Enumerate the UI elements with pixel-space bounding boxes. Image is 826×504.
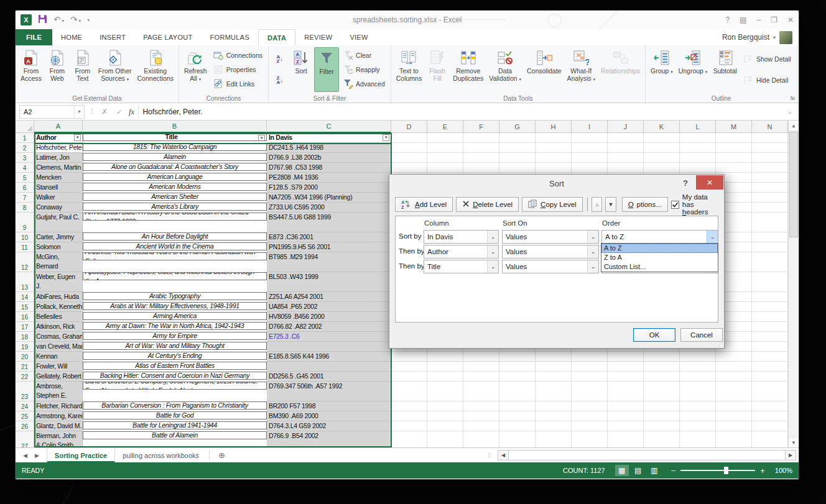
cell-author[interactable]: Fletcher, Richard A. (34, 401, 83, 411)
cell-title[interactable]: At Century's Ending (83, 352, 267, 360)
cell-call-number[interactable]: D766.9 .B54 2002 (267, 431, 391, 447)
confirm-entry-icon[interactable]: ✓ (114, 108, 125, 116)
column-combo[interactable]: In Davis⌄ (424, 230, 499, 244)
column-header-d[interactable]: D (391, 121, 427, 133)
cell-call-number[interactable]: D767.98 .C53 1998 (267, 163, 391, 173)
ribbon-display-icon[interactable]: ▤ (740, 16, 746, 24)
cell-author[interactable]: Pollack, Kenneth M. (34, 302, 83, 312)
cell-title[interactable]: Apocalypses: Prophecies, Cults, and Mill… (83, 272, 267, 280)
row-header-23[interactable]: 23 (16, 382, 34, 401)
column-combo[interactable]: Title⌄ (424, 260, 499, 273)
select-all-corner[interactable] (16, 121, 34, 133)
cell-author[interactable]: Gellately, Robert (34, 372, 83, 382)
cell-author[interactable]: Cosmas, Graham (34, 332, 83, 342)
ribbon-tab-page-layout[interactable]: PAGE LAYOUT (134, 29, 201, 45)
ungroup-button[interactable]: Ungroup ▾ (676, 47, 710, 92)
row-header-12[interactable]: 12 (16, 252, 34, 272)
cell-author[interactable]: Gutjahr, Paul C. (34, 213, 83, 232)
cell-call-number[interactable]: BR200 F57 1998 (267, 401, 391, 411)
combo-dropdown-icon[interactable]: ⌄ (587, 231, 598, 243)
clear-button[interactable]: Clear (341, 50, 387, 61)
empty-cells[interactable] (391, 163, 799, 173)
vertical-scroll-thumb[interactable] (789, 132, 798, 237)
cell-author[interactable]: Armstrong, Karen (34, 411, 83, 421)
cell-author[interactable]: McGinn, Bernard (34, 252, 83, 272)
dialog-help-icon[interactable]: ? (683, 178, 688, 188)
cell-title[interactable]: Atlas of Eastern Front Battles (83, 362, 267, 370)
cell-call-number[interactable]: BS447.5.U6 G88 1999 (267, 213, 391, 232)
hide-detail-button[interactable]: −Hide Detail (741, 75, 793, 86)
cell-author[interactable]: Author▼ (34, 133, 83, 143)
insert-function-icon[interactable]: fx (129, 107, 134, 117)
cell-call-number[interactable]: BM390 .A69 2000 (267, 411, 391, 421)
cell-title[interactable]: America's Library (83, 203, 267, 211)
cell-title[interactable]: Arabs at War: Military Effectiveness, 19… (83, 302, 267, 310)
empty-cells[interactable] (391, 362, 799, 372)
cell-title[interactable]: Title▼ (83, 133, 267, 141)
combo-dropdown-icon[interactable]: ⌄ (487, 260, 498, 273)
zoom-out-icon[interactable]: − (671, 467, 676, 475)
cell-author[interactable]: Mencken (34, 173, 83, 183)
row-header-8[interactable]: 8 (16, 203, 34, 213)
empty-cells[interactable] (391, 431, 799, 447)
cell-author[interactable]: Bierman, John & Colin Smith (34, 431, 83, 447)
cell-author[interactable]: Clemens, Martin (34, 163, 83, 173)
ribbon-tab-formulas[interactable]: FORMULAS (202, 29, 259, 45)
delete-level-button[interactable]: Delete Level (456, 197, 519, 212)
column-header-e[interactable]: E (427, 121, 463, 133)
cell-call-number[interactable]: BL503 .W43 1999 (267, 272, 391, 292)
cell-title[interactable]: Arabic Typography (83, 292, 267, 300)
order-combo[interactable]: A to Z⌄ (601, 230, 718, 244)
cell-call-number[interactable]: DC241.5 .H64 1998 (267, 143, 391, 153)
dialog-resize-grip[interactable]: ⋰ (717, 341, 722, 347)
relationships-button[interactable]: Relationships (598, 47, 643, 92)
reapply-button[interactable]: Reapply (341, 64, 387, 75)
cell-title[interactable]: American Language (83, 173, 267, 181)
cell-call-number[interactable] (267, 362, 391, 372)
row-header-11[interactable]: 11 (16, 242, 34, 252)
cell-author[interactable]: Atkinson, Rick (34, 322, 83, 332)
ribbon-tab-file[interactable]: FILE (16, 29, 52, 45)
page-layout-view-icon[interactable]: ▤ (631, 465, 645, 476)
sort-descending-button[interactable]: ZA↓ (272, 75, 287, 86)
cell-title[interactable]: Battle for Leningrad 1941-1944 (83, 421, 267, 429)
cell-call-number[interactable]: E873 .C36 2001 (267, 232, 391, 242)
help-icon[interactable]: ? (725, 16, 730, 24)
sort-on-combo[interactable]: Values⌄ (502, 260, 599, 273)
sheet-tab-sorting-practice[interactable]: Sorting Practice (47, 448, 115, 462)
column-header-f[interactable]: F (463, 121, 499, 133)
copy-level-button[interactable]: Copy Level (522, 197, 583, 212)
from-access-button[interactable]: AFromAccess (18, 47, 44, 92)
cell-title[interactable]: Antichrist: Two Thousand Years of the Hu… (83, 252, 267, 260)
cell-author[interactable]: Weber, Eugen J. (34, 272, 83, 292)
cell-author[interactable]: Hofschröer, Peter. (34, 143, 83, 153)
sort-dialog-titlebar[interactable]: Sort ? ✕ (389, 175, 724, 193)
cell-call-number[interactable]: Z733.U6 C595 2000 (267, 203, 391, 213)
order-option[interactable]: Z to A (601, 253, 718, 262)
column-header-h[interactable]: H (536, 121, 572, 133)
cell-call-number[interactable]: NA7205 .W34 1996 (Planning) (267, 193, 391, 203)
cell-call-number[interactable]: PN1995.9.H5 S6 2001 (267, 242, 391, 252)
empty-cells[interactable] (391, 421, 799, 431)
formula-bar-splitter[interactable]: ⋮ (88, 108, 95, 116)
consolidate-button[interactable]: Consolidate (524, 47, 564, 92)
combo-dropdown-icon[interactable]: ⌄ (587, 260, 598, 273)
add-level-button[interactable]: AZ+Add Level (395, 197, 453, 212)
scroll-down-icon[interactable]: ▼ (789, 437, 799, 447)
row-header-15[interactable]: 15 (16, 302, 34, 312)
horizontal-scrollbar[interactable]: ◀ ▶ (498, 450, 796, 460)
cell-call-number[interactable] (267, 342, 391, 352)
empty-cells[interactable] (391, 143, 799, 153)
from-text-button[interactable]: FromText (70, 47, 95, 92)
cell-author[interactable]: Stansell (34, 183, 83, 193)
prev-sheet-icon[interactable]: ◀ (23, 452, 27, 459)
cell-call-number[interactable]: In Davis▼ (267, 133, 391, 143)
scroll-up-icon[interactable]: ▲ (789, 121, 799, 131)
empty-cells[interactable] (391, 382, 799, 401)
collapse-ribbon-icon[interactable]: ∧ (789, 94, 794, 101)
scroll-right-icon[interactable]: ▶ (786, 451, 796, 460)
column-header-l[interactable]: L (680, 121, 716, 133)
ribbon-tab-review[interactable]: REVIEW (295, 29, 341, 45)
row-header-25[interactable]: 25 (16, 411, 34, 421)
filter-dropdown-icon[interactable]: ▼ (74, 134, 81, 141)
